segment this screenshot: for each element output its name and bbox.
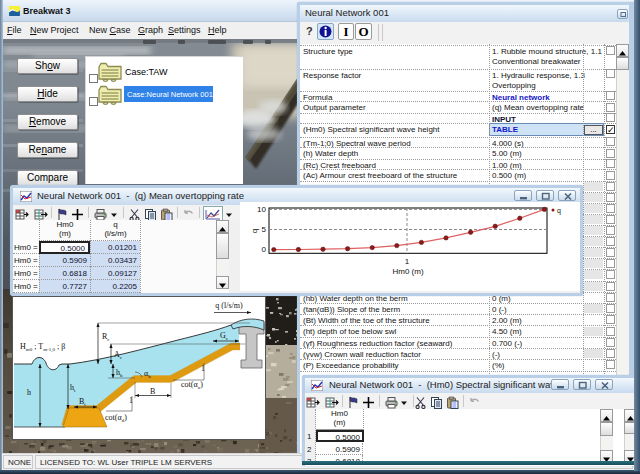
svg-text:5: 5	[262, 225, 267, 234]
svg-text:Rc: Rc	[102, 332, 110, 342]
svg-text:1: 1	[129, 396, 133, 405]
svg-text:Hm0 (m): Hm0 (m)	[392, 267, 423, 276]
svg-text:0: 0	[262, 245, 267, 254]
svg-text:1: 1	[405, 257, 410, 266]
svg-text:q: q	[557, 207, 561, 215]
svg-text:h: h	[27, 388, 31, 397]
svg-text:10: 10	[257, 205, 266, 214]
svg-text:Ac: Ac	[114, 350, 123, 360]
svg-text:Hm0 ; Tm-1,0 ; β: Hm0 ; Tm-1,0 ; β	[20, 342, 65, 353]
svg-text:q: q	[250, 229, 259, 233]
svg-text:cot(αd): cot(αd)	[105, 413, 127, 423]
svg-text:1: 1	[201, 364, 205, 373]
svg-text:B: B	[150, 387, 155, 396]
svg-text:q (l/s/m): q (l/s/m)	[215, 301, 243, 310]
svg-text:cot(αu): cot(αu)	[181, 380, 203, 390]
